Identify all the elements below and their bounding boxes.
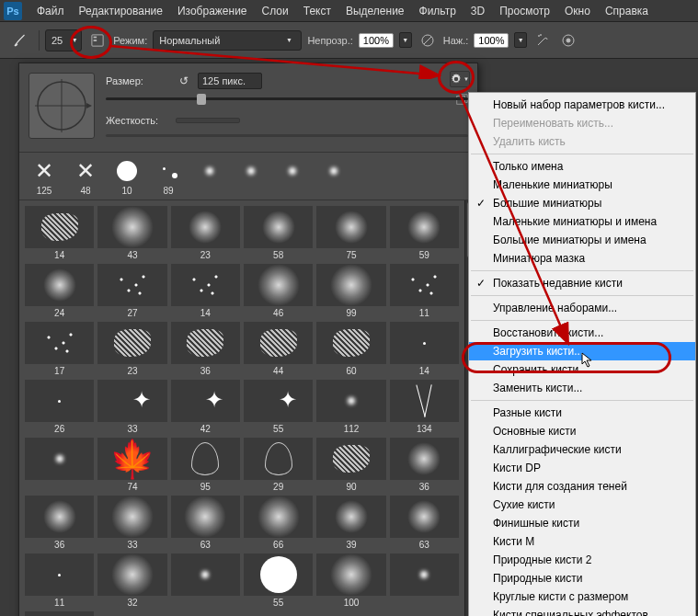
- brush-preset[interactable]: 55: [244, 380, 313, 434]
- brush-preset[interactable]: 75: [316, 206, 385, 260]
- menu-item[interactable]: Управление наборами...: [469, 299, 695, 317]
- brush-preset[interactable]: 100: [316, 553, 385, 608]
- brush-preset[interactable]: 42: [171, 380, 240, 434]
- menu-item[interactable]: Выделение: [338, 5, 412, 17]
- brush-preset[interactable]: 11: [390, 264, 459, 318]
- menu-item[interactable]: Справка: [598, 5, 656, 17]
- brush-preset[interactable]: 33: [97, 496, 166, 550]
- menu-item[interactable]: Только имена: [469, 157, 695, 176]
- menu-item[interactable]: Большие миниатюры и имена: [469, 231, 695, 249]
- menu-item[interactable]: Редактирование: [72, 5, 170, 17]
- menu-item[interactable]: Файл: [29, 5, 72, 17]
- brush-preset[interactable]: 23: [97, 322, 166, 376]
- brush-preset[interactable]: 60: [316, 322, 385, 376]
- brush-preset[interactable]: [390, 553, 459, 608]
- airbrush-icon[interactable]: [532, 30, 553, 51]
- reset-size-icon[interactable]: ↺: [176, 73, 192, 89]
- chevron-down-icon[interactable]: ▼: [399, 32, 412, 48]
- brush-preset[interactable]: [190, 156, 229, 196]
- brush-preset[interactable]: ✕48: [66, 156, 105, 196]
- menu-item[interactable]: Окно: [557, 5, 598, 17]
- brush-preset[interactable]: 95: [171, 438, 240, 492]
- brush-preset[interactable]: 36: [390, 438, 459, 492]
- chevron-down-icon[interactable]: ▼: [514, 32, 527, 48]
- brush-preset[interactable]: 99: [316, 264, 385, 318]
- opacity-input[interactable]: 100%: [359, 33, 394, 48]
- menu-item[interactable]: Природные кисти: [469, 569, 695, 587]
- brush-preset[interactable]: 26: [25, 380, 94, 434]
- menu-item[interactable]: Просмотр: [492, 5, 557, 17]
- menu-item[interactable]: Кисти М: [469, 532, 695, 551]
- brush-tip-preview[interactable]: [29, 73, 95, 139]
- menu-item[interactable]: Фильтр: [412, 5, 463, 17]
- brush-preset[interactable]: 23: [171, 206, 240, 260]
- brush-preset[interactable]: 39: [316, 496, 385, 550]
- brush-preset[interactable]: 89: [149, 156, 188, 196]
- menu-item[interactable]: Кисти для создания теней: [469, 477, 695, 496]
- menu-item[interactable]: Кисти DP: [469, 459, 695, 477]
- hardness-input[interactable]: [176, 118, 240, 123]
- size-slider[interactable]: [106, 93, 468, 106]
- brush-preset[interactable]: 🍁74: [97, 438, 166, 492]
- menu-item[interactable]: Восстановить кисти...: [469, 324, 695, 342]
- brush-preset[interactable]: [25, 611, 94, 616]
- brush-size-control[interactable]: 25 ▼: [45, 29, 82, 51]
- menu-item[interactable]: Маленькие миниатюры: [469, 176, 695, 194]
- menu-item[interactable]: Миниатюра мазка: [469, 249, 695, 268]
- brush-preset[interactable]: 55: [244, 553, 313, 608]
- brush-preset[interactable]: 24: [25, 264, 94, 318]
- brush-preset[interactable]: 63: [171, 496, 240, 550]
- brush-preset[interactable]: 66: [244, 496, 313, 550]
- brush-preset[interactable]: 43: [97, 206, 166, 260]
- brush-preset[interactable]: 36: [25, 496, 94, 550]
- flow-input[interactable]: 100%: [474, 33, 509, 48]
- menu-item[interactable]: Большие миниатюры: [469, 194, 695, 212]
- brush-preset[interactable]: 32: [97, 553, 166, 608]
- brush-preset[interactable]: 14: [171, 264, 240, 318]
- menu-item[interactable]: Сухие кисти: [469, 496, 695, 514]
- menu-item[interactable]: Изображение: [170, 5, 255, 17]
- brush-preset[interactable]: 46: [244, 264, 313, 318]
- menu-item[interactable]: Заменить кисти...: [469, 379, 695, 397]
- menu-item[interactable]: Природные кисти 2: [469, 551, 695, 569]
- brush-preset[interactable]: 14: [25, 206, 94, 260]
- menu-item[interactable]: Круглые кисти с размером: [469, 587, 695, 606]
- blend-mode-select[interactable]: Нормальный ▼: [153, 30, 302, 51]
- menu-item[interactable]: Разные кисти: [469, 404, 695, 422]
- menu-item[interactable]: Основные кисти: [469, 422, 695, 440]
- brush-preset[interactable]: 29: [244, 438, 313, 492]
- brush-preset[interactable]: 27: [97, 264, 166, 318]
- brush-preset[interactable]: [171, 553, 240, 608]
- brush-preset[interactable]: [273, 156, 312, 196]
- menu-item[interactable]: Слои: [255, 5, 296, 17]
- brush-preset[interactable]: 33: [97, 380, 166, 434]
- brush-preset[interactable]: 112: [316, 380, 385, 434]
- brush-preset[interactable]: [232, 156, 270, 196]
- brush-preset[interactable]: 63: [390, 496, 459, 550]
- menu-item[interactable]: Кисти специальных эффектов: [469, 606, 695, 616]
- brush-preset[interactable]: 134: [390, 380, 459, 434]
- menu-item[interactable]: Новый набор параметров кисти...: [469, 96, 695, 114]
- brush-preset[interactable]: 59: [390, 206, 459, 260]
- menu-item[interactable]: Каллиграфические кисти: [469, 440, 695, 459]
- brush-preset[interactable]: 36: [171, 322, 240, 376]
- brush-preset[interactable]: 14: [390, 322, 459, 376]
- menu-item[interactable]: Текст: [296, 5, 338, 17]
- brush-preset[interactable]: 11: [25, 553, 94, 608]
- pressure-opacity-icon[interactable]: [418, 30, 438, 51]
- menu-item[interactable]: Финишные кисти: [469, 514, 695, 532]
- brush-tool-icon[interactable]: [7, 28, 33, 53]
- menu-item[interactable]: Показать недавние кисти: [469, 274, 695, 292]
- brush-preset[interactable]: 44: [244, 322, 313, 376]
- brush-preset[interactable]: [25, 438, 94, 492]
- brush-preset[interactable]: 90: [316, 438, 385, 492]
- brush-preset[interactable]: 17: [25, 322, 94, 376]
- pressure-size-icon[interactable]: [558, 30, 578, 51]
- gear-icon[interactable]: ▼: [450, 71, 470, 87]
- size-input[interactable]: 125 пикс.: [198, 73, 262, 89]
- brush-preset[interactable]: ✕125: [25, 156, 63, 196]
- menu-item[interactable]: 3D: [463, 5, 492, 17]
- brush-preset[interactable]: 10: [108, 156, 146, 196]
- brush-preset[interactable]: [315, 156, 353, 196]
- brush-panel-toggle[interactable]: [87, 30, 108, 51]
